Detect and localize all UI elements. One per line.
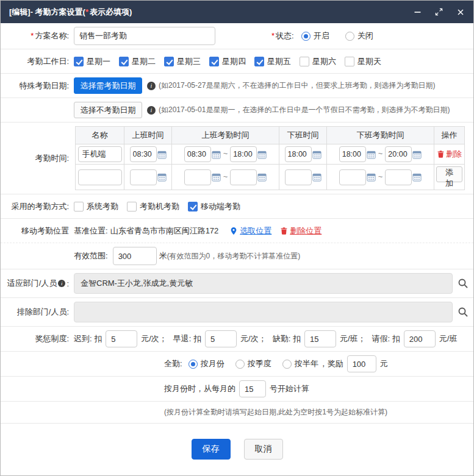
plan-name-input[interactable] — [74, 27, 215, 45]
start-range-from-input[interactable] — [184, 169, 211, 185]
checkbox-icon — [164, 57, 174, 66]
workdays-row: 考勤工作日: 星期一 星期二 星期三 星期四 星期五 星期六 星期天 — [1, 49, 473, 74]
methods-group: 系统考勤 考勤机考勤 移动端考勤 — [74, 201, 240, 212]
calendar-icon[interactable] — [412, 150, 422, 159]
methods-label: 采用的考勤方式: — [1, 201, 74, 212]
calendar-icon[interactable] — [312, 172, 321, 182]
include-dept-input[interactable] — [74, 273, 453, 294]
delete-row-button[interactable]: 删除 — [437, 149, 462, 160]
quarterly-radio[interactable]: 按季度 — [235, 358, 271, 369]
location-range-row: 有效范围: 米 (有效范围为0，移动考勤不计算基准位置) — [1, 243, 473, 269]
checkbox-label: 星期四 — [222, 56, 246, 67]
search-icon[interactable] — [458, 278, 469, 289]
select-no-dates-button[interactable]: 选择不考勤日期 — [74, 102, 142, 118]
start-day-input[interactable] — [239, 380, 266, 397]
full-attendance-hint-row: (按月份计算全勤时请填写起始日期,此处为空时按1号为起始标准计算) — [1, 402, 473, 424]
checkbox-label: 星期三 — [177, 56, 201, 67]
table-header-row: 名称 上班时间 上班考勤时间 下班时间 下班考勤时间 操作 — [76, 127, 465, 144]
work-end-input[interactable] — [285, 169, 312, 185]
calendar-icon[interactable] — [157, 150, 167, 159]
close-button[interactable] — [456, 7, 465, 16]
range-input[interactable] — [113, 247, 157, 265]
select-need-dates-button[interactable]: 选择需考勤日期 — [74, 77, 142, 94]
exclude-dept-row: 排除部门/人员: — [1, 298, 473, 327]
cancel-button[interactable]: 取消 — [244, 439, 283, 460]
workday-wednesday-checkbox[interactable]: 星期三 — [164, 56, 201, 67]
footer: 保存 取消 — [1, 429, 473, 475]
start-range-to-input[interactable] — [230, 146, 257, 162]
radio-icon — [235, 360, 245, 369]
close-icon — [457, 9, 464, 16]
search-icon[interactable] — [458, 307, 469, 318]
workday-sunday-checkbox[interactable]: 星期天 — [345, 56, 381, 67]
range-hint: (有效范围为0，移动考勤不计算基准位置) — [167, 251, 301, 261]
calendar-icon[interactable] — [157, 172, 167, 182]
table-row: ~ ~ 添加 — [76, 165, 465, 190]
tilde-separator: ~ — [378, 149, 383, 158]
calendar-icon[interactable] — [367, 150, 376, 159]
work-start-input[interactable] — [130, 146, 157, 162]
base-location-value: 山东省青岛市市南区闽江路172 — [110, 226, 219, 236]
pick-location-link[interactable]: 选取位置 — [229, 226, 271, 236]
calendar-icon[interactable] — [412, 172, 422, 182]
monthly-start-suffix: 号开始计算 — [270, 383, 309, 394]
absent-fine-input[interactable] — [304, 330, 336, 347]
early-fine-input[interactable] — [205, 330, 237, 347]
calendar-icon[interactable] — [312, 150, 321, 159]
rewards-label: 奖惩制度: — [1, 333, 74, 344]
end-range-to-input[interactable] — [385, 169, 412, 185]
machine-attendance-checkbox[interactable]: 考勤机考勤 — [127, 201, 179, 212]
info-icon — [147, 106, 156, 115]
maximize-button[interactable] — [434, 7, 443, 16]
leave-fine-input[interactable] — [404, 330, 436, 347]
workday-tuesday-checkbox[interactable]: 星期二 — [119, 56, 156, 67]
checkbox-label: 星期一 — [87, 56, 110, 67]
start-range-from-input[interactable] — [184, 146, 211, 162]
start-range-to-input[interactable] — [230, 169, 257, 185]
base-location-label: 基准位置: — [74, 226, 108, 236]
bonus-input[interactable] — [347, 355, 376, 372]
late-fine-input[interactable] — [106, 330, 137, 347]
add-row-button[interactable]: 添加 — [436, 166, 462, 182]
end-range-to-input[interactable] — [385, 146, 412, 162]
work-end-input[interactable] — [285, 146, 312, 162]
column-header-ops: 操作 — [434, 127, 465, 144]
attendance-time-label: 考勤时间: — [1, 153, 74, 164]
attendance-settings-dialog: [编辑]- 考勤方案设置(*表示必填项) *方案名称: *状态: 开启 关闭 考… — [0, 0, 474, 476]
late-label: 迟到: 扣 — [74, 333, 102, 344]
end-range-from-input[interactable] — [339, 169, 366, 185]
work-start-input[interactable] — [130, 169, 157, 185]
system-attendance-checkbox[interactable]: 系统考勤 — [74, 201, 118, 212]
required-asterisk: * — [271, 31, 275, 40]
mobile-attendance-checkbox[interactable]: 移动端考勤 — [188, 201, 240, 212]
status-on-radio[interactable]: 开启 — [301, 30, 329, 41]
workday-monday-checkbox[interactable]: 星期一 — [74, 56, 110, 67]
save-button[interactable]: 保存 — [192, 439, 231, 460]
tilde-separator: ~ — [223, 149, 228, 158]
delete-location-link[interactable]: 删除位置 — [280, 226, 321, 236]
calendar-icon[interactable] — [257, 172, 267, 182]
absent-label: 缺勤: 扣 — [273, 333, 301, 344]
end-range-from-input[interactable] — [339, 146, 366, 162]
status-off-radio[interactable]: 关闭 — [345, 30, 373, 41]
tilde-separator: ~ — [223, 172, 228, 181]
calendar-icon[interactable] — [212, 150, 221, 159]
full-attendance-label: 全勤: — [164, 358, 182, 369]
workday-friday-checkbox[interactable]: 星期五 — [254, 56, 291, 67]
shift-name-input[interactable] — [78, 146, 122, 162]
calendar-icon[interactable] — [212, 172, 221, 182]
checkbox-label: 星期六 — [312, 56, 336, 67]
calendar-icon[interactable] — [367, 172, 376, 182]
workday-saturday-checkbox[interactable]: 星期六 — [300, 56, 336, 67]
shift-name-input[interactable] — [78, 169, 122, 185]
radio-icon — [345, 32, 354, 41]
workday-thursday-checkbox[interactable]: 星期四 — [209, 56, 246, 67]
exclude-dept-input[interactable] — [74, 302, 453, 322]
monthly-radio[interactable]: 按月份 — [189, 358, 224, 369]
radio-icon — [301, 32, 311, 41]
calendar-icon[interactable] — [257, 150, 267, 159]
info-icon — [58, 280, 65, 287]
checkbox-icon — [254, 57, 264, 66]
minimize-button[interactable] — [413, 7, 422, 16]
half-year-radio[interactable]: 按半年 — [282, 358, 318, 369]
